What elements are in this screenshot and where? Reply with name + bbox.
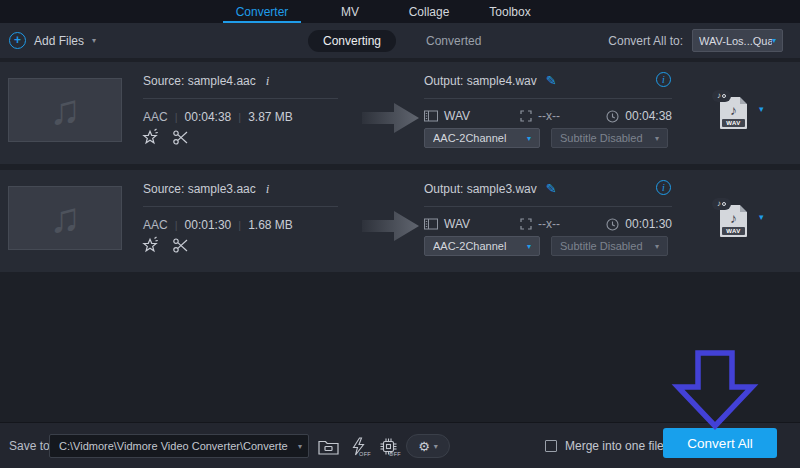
save-path-combo: ▾ bbox=[49, 434, 309, 458]
separator: | bbox=[238, 219, 241, 231]
converted-filter-tab[interactable]: Converted bbox=[411, 30, 496, 52]
gpu-acceleration-button[interactable]: OFF bbox=[376, 435, 400, 457]
output-resolution-group: --x-- bbox=[520, 109, 560, 123]
film-icon bbox=[424, 110, 438, 122]
chevron-down-icon: ▾ bbox=[92, 36, 96, 45]
tab-toolbox-label: Toolbox bbox=[489, 5, 530, 19]
file-row: ♫ Source: sample4.aac i AAC | 00:04:38 |… bbox=[0, 62, 800, 164]
source-info-icon[interactable]: i bbox=[266, 181, 270, 197]
output-duration: 00:01:30 bbox=[625, 217, 672, 231]
folder-icon bbox=[318, 438, 339, 455]
transfer-arrow-icon bbox=[362, 102, 420, 134]
audio-codec-value: AAC-2Channel bbox=[433, 240, 527, 252]
output-format-group: WAV bbox=[424, 109, 470, 123]
add-files-button[interactable]: + Add Files ▾ bbox=[9, 23, 96, 58]
separator: | bbox=[238, 111, 241, 123]
source-line: Source: sample3.aac i bbox=[143, 181, 269, 197]
edit-effect-icon[interactable] bbox=[141, 128, 159, 146]
separator: | bbox=[175, 111, 178, 123]
convert-all-to-label: Convert All to: bbox=[608, 34, 683, 48]
tab-converter-label: Converter bbox=[236, 5, 289, 19]
tab-collage[interactable]: Collage bbox=[389, 0, 469, 23]
gear-icon: ⚙ bbox=[418, 440, 430, 453]
divider bbox=[143, 206, 338, 207]
converting-filter-tab[interactable]: Converting bbox=[308, 30, 396, 52]
divider bbox=[424, 206, 672, 207]
chevron-down-icon: ▾ bbox=[655, 134, 659, 143]
source-line: Source: sample4.aac i bbox=[143, 73, 269, 89]
format-badge: WAV bbox=[722, 119, 745, 127]
tab-converter[interactable]: Converter bbox=[213, 0, 311, 23]
toolbar: + Add Files ▾ Converting Converted Conve… bbox=[0, 23, 800, 58]
merge-into-one-file-option[interactable]: Merge into one file bbox=[545, 423, 664, 468]
output-resolution-group: --x-- bbox=[520, 217, 560, 231]
format-caret-icon[interactable]: ▾ bbox=[759, 212, 764, 222]
divider bbox=[424, 98, 672, 99]
convert-all-button[interactable]: Convert All bbox=[663, 428, 777, 458]
audio-codec-dropdown[interactable]: AAC-2Channel ▾ bbox=[424, 128, 540, 148]
audio-type-badge-icon: ♪ bbox=[712, 198, 731, 210]
music-note-icon: ♫ bbox=[49, 89, 81, 131]
source-size: 1.68 MB bbox=[248, 218, 293, 232]
format-badge: WAV bbox=[722, 227, 745, 235]
output-info-icon[interactable]: i bbox=[656, 72, 671, 87]
format-caret-icon[interactable]: ▾ bbox=[759, 104, 764, 114]
output-format-group: WAV bbox=[424, 217, 470, 231]
top-tab-bar: Converter MV Collage Toolbox bbox=[0, 0, 800, 23]
transfer-arrow-icon bbox=[362, 210, 420, 242]
audio-codec-dropdown[interactable]: AAC-2Channel ▾ bbox=[424, 236, 540, 256]
clock-icon bbox=[606, 110, 619, 123]
source-meta: AAC | 00:01:30 | 1.68 MB bbox=[143, 218, 293, 232]
rename-pencil-icon[interactable]: ✎ bbox=[546, 73, 557, 88]
rename-pencil-icon[interactable]: ✎ bbox=[546, 181, 557, 196]
output-format: WAV bbox=[444, 217, 470, 231]
settings-button[interactable]: ⚙ ▾ bbox=[406, 434, 450, 458]
chevron-down-icon[interactable]: ▾ bbox=[298, 442, 302, 451]
output-resolution: --x-- bbox=[538, 217, 560, 231]
file-thumbnail[interactable]: ♫ bbox=[8, 78, 122, 142]
tab-mv[interactable]: MV bbox=[311, 0, 389, 23]
source-duration: 00:01:30 bbox=[185, 218, 232, 232]
off-label: OFF bbox=[359, 451, 371, 457]
save-path-input[interactable] bbox=[49, 434, 309, 458]
queue-filter-segment: Converting Converted bbox=[308, 23, 496, 58]
tab-toolbox[interactable]: Toolbox bbox=[469, 0, 551, 23]
off-label: OFF bbox=[389, 451, 401, 457]
edit-effect-icon[interactable] bbox=[141, 236, 159, 254]
output-file-icon[interactable]: ♪ WAV ♪ bbox=[712, 90, 756, 132]
file-thumbnail[interactable]: ♫ bbox=[8, 186, 122, 250]
source-duration: 00:04:38 bbox=[185, 110, 232, 124]
output-duration-group: 00:01:30 bbox=[606, 217, 672, 231]
save-to-label: Save to: bbox=[9, 423, 53, 468]
cut-icon[interactable] bbox=[172, 129, 189, 146]
resolution-icon bbox=[520, 218, 532, 230]
output-info-icon[interactable]: i bbox=[656, 180, 671, 195]
source-format: AAC bbox=[143, 110, 168, 124]
source-meta: AAC | 00:04:38 | 3.87 MB bbox=[143, 110, 293, 124]
hardware-acceleration-button[interactable]: OFF bbox=[346, 435, 370, 457]
output-format: WAV bbox=[444, 109, 470, 123]
resolution-icon bbox=[520, 110, 532, 122]
subtitle-dropdown[interactable]: Subtitle Disabled ▾ bbox=[551, 236, 668, 256]
chevron-down-icon: ▾ bbox=[527, 242, 531, 251]
row-tools bbox=[141, 236, 189, 254]
subtitle-dropdown[interactable]: Subtitle Disabled ▾ bbox=[551, 128, 668, 148]
add-plus-icon: + bbox=[9, 32, 26, 49]
music-note-icon: ♪ bbox=[720, 210, 747, 226]
output-file-icon[interactable]: ♪ WAV ♪ bbox=[712, 198, 756, 240]
open-folder-button[interactable] bbox=[316, 435, 340, 457]
source-info-icon[interactable]: i bbox=[266, 73, 270, 89]
bottom-bar: Save to: ▾ OFF OF bbox=[0, 422, 800, 468]
tab-mv-label: MV bbox=[341, 5, 359, 19]
audio-type-badge-icon: ♪ bbox=[712, 90, 731, 102]
output-line: Output: sample3.wav ✎ bbox=[424, 181, 557, 196]
output-resolution: --x-- bbox=[538, 109, 560, 123]
convert-all-to-value: WAV-Los...Quality bbox=[699, 35, 772, 47]
cut-icon[interactable] bbox=[172, 237, 189, 254]
separator: | bbox=[175, 219, 178, 231]
file-row: ♫ Source: sample3.aac i AAC | 00:01:30 |… bbox=[0, 170, 800, 272]
chevron-down-icon: ▾ bbox=[527, 134, 531, 143]
convert-all-to-dropdown[interactable]: WAV-Los...Quality ▾ bbox=[692, 29, 783, 52]
merge-checkbox[interactable] bbox=[545, 440, 557, 452]
chevron-down-icon: ▾ bbox=[655, 242, 659, 251]
